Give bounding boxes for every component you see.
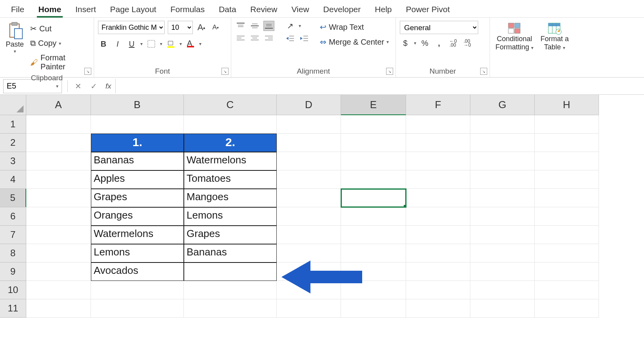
chevron-down-icon[interactable]: ▾ [199,41,201,47]
cell-E9[interactable] [341,262,406,281]
row-header-10[interactable]: 10 [0,281,26,299]
chevron-down-icon[interactable]: ▾ [299,23,301,29]
cell-B6[interactable]: Oranges [91,207,184,226]
cell-B7[interactable]: Watermelons [91,226,184,244]
cell-C3[interactable]: Watermelons [184,152,277,170]
row-header-5[interactable]: 5 [0,189,26,207]
cell-F1[interactable] [406,115,470,134]
col-header-G[interactable]: G [470,95,535,115]
cell-B5[interactable]: Grapes [91,189,184,207]
cell-H9[interactable] [535,262,599,281]
align-middle-icon[interactable] [249,21,260,31]
cell-C10[interactable] [184,281,277,299]
cell-H7[interactable] [535,226,599,244]
cell-A9[interactable] [26,262,91,281]
cell-B9[interactable]: Avocados [91,262,184,281]
cell-A8[interactable] [26,244,91,262]
orientation-icon[interactable]: ↗ [285,21,296,31]
cell-E4[interactable] [341,170,406,189]
select-all-corner[interactable] [0,95,26,115]
row-header-3[interactable]: 3 [0,152,26,170]
cell-F3[interactable] [406,152,470,170]
align-center-icon[interactable] [249,33,260,43]
decrease-decimal-icon[interactable]: .00→0 [462,38,473,48]
tab-help[interactable]: Help [368,2,399,17]
tab-power-pivot[interactable]: Power Pivot [399,2,457,17]
format-painter-button[interactable]: 🖌 Format Painter [29,52,90,73]
font-color-button[interactable]: A [185,39,196,49]
cell-C8[interactable]: Bananas [184,244,277,262]
cell-G6[interactable] [470,207,535,226]
cell-H8[interactable] [535,244,599,262]
percent-format-icon[interactable]: % [419,38,430,48]
cell-D5[interactable] [277,189,341,207]
cell-B10[interactable] [91,281,184,299]
number-format-select[interactable]: General [400,21,478,34]
align-right-icon[interactable] [263,33,274,43]
decrease-indent-icon[interactable] [285,33,296,43]
cell-D2[interactable] [277,134,341,152]
cell-G5[interactable] [470,189,535,207]
chevron-down-icon[interactable]: ▾ [180,41,182,47]
row-header-7[interactable]: 7 [0,226,26,244]
cell-B11[interactable] [91,299,184,318]
cell-D8[interactable] [277,244,341,262]
cell-B1[interactable] [91,115,184,134]
chevron-down-icon[interactable]: ▾ [414,40,416,46]
paste-button[interactable]: Paste ▾ [4,21,25,55]
cell-D4[interactable] [277,170,341,189]
cell-F7[interactable] [406,226,470,244]
cell-A4[interactable] [26,170,91,189]
cell-E1[interactable] [341,115,406,134]
row-header-8[interactable]: 8 [0,244,26,262]
increase-decimal-icon[interactable]: ←0.00 [448,38,459,48]
copy-button[interactable]: ⧉ Copy ▾ [29,37,90,49]
cell-B4[interactable]: Apples [91,170,184,189]
chevron-down-icon[interactable]: ▾ [140,41,143,47]
cell-G9[interactable] [470,262,535,281]
cell-C5[interactable]: Mangoes [184,189,277,207]
cell-H1[interactable] [535,115,599,134]
tab-home[interactable]: Home [31,2,68,17]
cell-C4[interactable]: Tomatoes [184,170,277,189]
cell-D9[interactable] [277,262,341,281]
cell-C11[interactable] [184,299,277,318]
row-header-1[interactable]: 1 [0,115,26,134]
clipboard-dialog-launcher[interactable]: ↘ [84,68,91,75]
tab-view[interactable]: View [284,2,316,17]
cell-B8[interactable]: Lemons [91,244,184,262]
tab-data[interactable]: Data [212,2,243,17]
align-left-icon[interactable] [235,33,246,43]
increase-font-icon[interactable]: A▴ [196,22,207,33]
cell-F11[interactable] [406,299,470,318]
cell-F2[interactable] [406,134,470,152]
cell-D10[interactable] [277,281,341,299]
cell-A11[interactable] [26,299,91,318]
cell-E10[interactable] [341,281,406,299]
row-header-6[interactable]: 6 [0,207,26,226]
cell-A7[interactable] [26,226,91,244]
col-header-B[interactable]: B [91,95,184,115]
cell-F9[interactable] [406,262,470,281]
cell-E3[interactable] [341,152,406,170]
number-dialog-launcher[interactable]: ↘ [480,68,487,75]
tab-page-layout[interactable]: Page Layout [103,2,163,17]
formula-input[interactable] [115,79,644,93]
cell-H2[interactable] [535,134,599,152]
cell-H4[interactable] [535,170,599,189]
tab-insert[interactable]: Insert [68,2,103,17]
borders-button[interactable] [146,39,157,49]
cell-C1[interactable] [184,115,277,134]
cell-G10[interactable] [470,281,535,299]
cell-G7[interactable] [470,226,535,244]
cell-F5[interactable] [406,189,470,207]
cell-G3[interactable] [470,152,535,170]
cell-E8[interactable] [341,244,406,262]
col-header-C[interactable]: C [184,95,277,115]
cell-E11[interactable] [341,299,406,318]
alignment-dialog-launcher[interactable]: ↘ [386,68,393,75]
cell-E6[interactable] [341,207,406,226]
tab-file[interactable]: File [4,2,31,17]
cell-G1[interactable] [470,115,535,134]
cell-F8[interactable] [406,244,470,262]
